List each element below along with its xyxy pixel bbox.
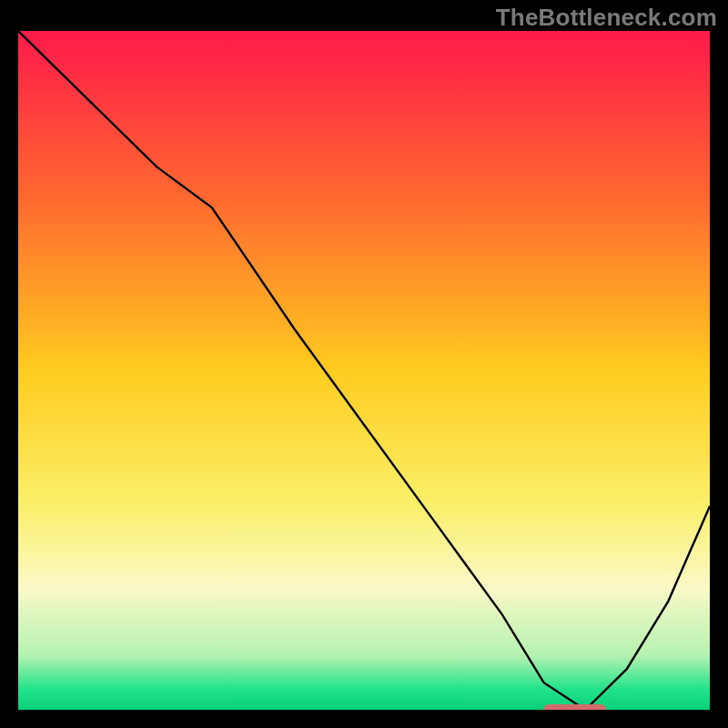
- watermark-text: TheBottleneck.com: [496, 4, 717, 32]
- minimum-marker: [544, 704, 606, 710]
- plot-area: [18, 31, 710, 710]
- bottleneck-curve: [18, 31, 710, 710]
- curve-layer: [18, 31, 710, 710]
- chart-frame: TheBottleneck.com: [0, 0, 728, 728]
